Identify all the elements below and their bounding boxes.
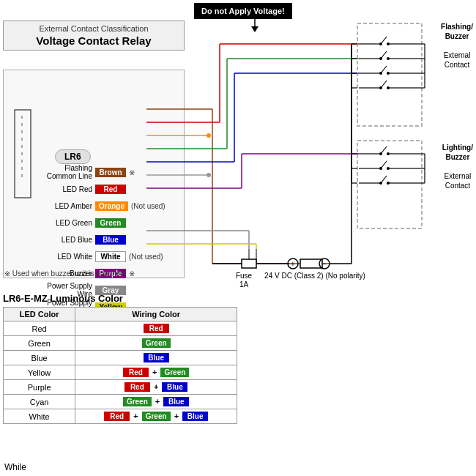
relay-type-label: Voltage Contact Relay bbox=[10, 34, 178, 47]
svg-line-89 bbox=[381, 161, 387, 168]
svg-point-68 bbox=[379, 86, 382, 89]
svg-point-97 bbox=[379, 182, 382, 185]
diagram-area: LR6 Flashing Common Line Brown ※ LED Red… bbox=[3, 70, 185, 278]
svg-point-63 bbox=[387, 72, 390, 75]
svg-point-19 bbox=[207, 133, 211, 138]
svg-point-40 bbox=[288, 259, 298, 269]
table-row: Yellow Red + Green bbox=[4, 365, 237, 380]
svg-point-92 bbox=[387, 167, 390, 170]
while-text: While bbox=[4, 462, 26, 472]
svg-line-66 bbox=[381, 81, 387, 88]
lighting-buzzer-label: Lighting/ Buzzer External Contact bbox=[442, 143, 473, 190]
svg-rect-71 bbox=[357, 23, 422, 126]
svg-text:1A: 1A bbox=[239, 280, 249, 289]
svg-point-43 bbox=[319, 259, 330, 269]
wire-row: LED Red Red bbox=[40, 182, 166, 196]
svg-text:Fuse: Fuse bbox=[236, 272, 253, 280]
svg-point-98 bbox=[387, 182, 390, 185]
svg-point-69 bbox=[387, 86, 390, 89]
svg-point-56 bbox=[379, 57, 382, 60]
wire-row: LED White White (Not used) bbox=[40, 250, 166, 263]
classification-label: External Contact Classification bbox=[10, 24, 178, 33]
table-row: Red Red bbox=[4, 321, 237, 336]
svg-marker-1 bbox=[251, 26, 259, 32]
flashing-buzzer-label: Flashing/ Buzzer External Contact bbox=[441, 22, 473, 70]
svg-text:24 V DC (Class 2) (No polarity: 24 V DC (Class 2) (No polarity) bbox=[264, 272, 365, 280]
svg-point-27 bbox=[207, 173, 211, 177]
wire-row: LED Amber Orange (Not used) bbox=[40, 199, 166, 212]
svg-line-60 bbox=[381, 66, 387, 73]
col-header-wiring: Wiring Color bbox=[75, 308, 237, 321]
wire-row: LED Blue Blue bbox=[40, 233, 166, 246]
svg-line-48 bbox=[381, 37, 387, 44]
svg-rect-42 bbox=[300, 259, 322, 268]
led-table: LED Color Wiring Color Red Red Green Gre… bbox=[3, 307, 237, 424]
svg-text:+: + bbox=[291, 260, 295, 268]
svg-point-86 bbox=[387, 152, 390, 155]
svg-line-83 bbox=[381, 146, 387, 154]
svg-point-91 bbox=[379, 167, 382, 170]
svg-rect-100 bbox=[357, 141, 422, 228]
svg-line-54 bbox=[381, 51, 387, 59]
arrow-down-icon bbox=[248, 18, 262, 32]
lr6-label: LR6 bbox=[55, 149, 91, 164]
wire-row: LED Green Green bbox=[40, 216, 166, 229]
warning-text: Do not Apply Voltage! bbox=[201, 7, 285, 15]
table-row: Purple Red + Blue bbox=[4, 380, 237, 395]
svg-point-50 bbox=[379, 42, 382, 45]
svg-point-85 bbox=[379, 152, 382, 155]
svg-point-57 bbox=[387, 57, 390, 60]
svg-point-51 bbox=[387, 42, 390, 45]
svg-line-95 bbox=[381, 176, 387, 183]
title-box: External Contact Classification Voltage … bbox=[3, 21, 185, 51]
svg-text:−: − bbox=[322, 260, 327, 268]
table-row: Cyan Green + Blue bbox=[4, 395, 237, 409]
table-row: Blue Blue bbox=[4, 351, 237, 365]
table-row: White Red + Green + Blue bbox=[4, 409, 237, 424]
col-header-led: LED Color bbox=[4, 308, 75, 321]
table-row: Green Green bbox=[4, 336, 237, 351]
svg-point-62 bbox=[379, 72, 382, 75]
svg-rect-38 bbox=[242, 259, 256, 268]
bottom-section: LR6-E-MZ Luminous Color LED Color Wiring… bbox=[3, 293, 281, 424]
wire-color-brown: Brown bbox=[95, 168, 126, 177]
wire-row: Flashing Common Line Brown ※ bbox=[40, 166, 166, 179]
note-text: ※ Used when buzzer unit is attached. bbox=[4, 269, 126, 278]
section-title: LR6-E-MZ Luminous Color bbox=[3, 293, 281, 304]
warning-box: Do not Apply Voltage! bbox=[194, 3, 292, 19]
